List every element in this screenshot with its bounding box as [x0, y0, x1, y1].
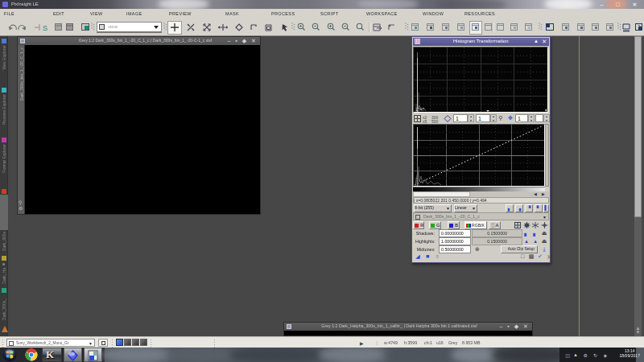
svg-text:S: S: [43, 24, 47, 32]
svg-text:1747: 1747: [415, 107, 424, 112]
